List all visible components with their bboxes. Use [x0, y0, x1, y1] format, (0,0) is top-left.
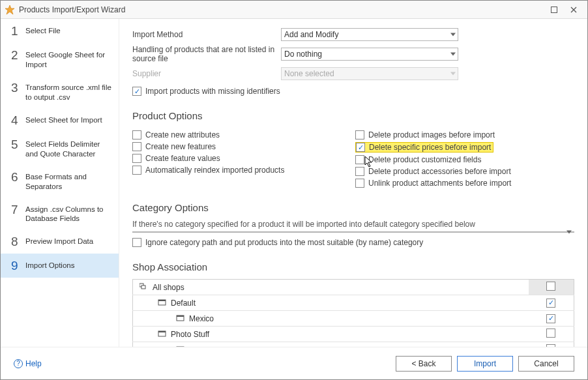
wizard-step-4[interactable]: 4Select Sheet for Import — [1, 108, 119, 132]
help-link[interactable]: ? Help — [14, 359, 42, 368]
step-label: Transform source .xml file to output .cs… — [25, 81, 112, 102]
import-missing-checkbox[interactable] — [132, 87, 141, 96]
shop-name: All shops — [153, 283, 184, 292]
shop-association-table: All shopsDefaultMexicoPhoto StuffPhoto S… — [132, 279, 574, 347]
opt-auto_reindex-label: Automatically reindex imported products — [145, 166, 284, 175]
opt-create_attr-label: Create new attributes — [145, 130, 220, 139]
title-bar: Products Import/Export Wizard — [1, 1, 587, 19]
import-missing-label: Import products with missing identifiers — [145, 87, 280, 96]
svg-rect-4 — [158, 300, 166, 301]
wizard-step-3[interactable]: 3Transform source .xml file to output .c… — [1, 76, 119, 108]
shop-icon — [176, 314, 185, 323]
opt-del_acc-label: Delete product accessories before import — [368, 167, 511, 176]
step-label: Assign .csv Columns to Database Fields — [25, 203, 112, 224]
wizard-step-7[interactable]: 7Assign .csv Columns to Database Fields — [1, 197, 119, 230]
svg-rect-2 — [141, 285, 145, 289]
step-label: Select File — [25, 25, 61, 36]
product-options-heading: Product Options — [132, 110, 574, 121]
svg-rect-6 — [177, 315, 184, 317]
shop-association-heading: Shop Association — [132, 261, 574, 272]
step-label: Preview Import Data — [25, 235, 93, 246]
opt-del_custom-label: Delete product customized fields — [368, 155, 481, 164]
wizard-step-8[interactable]: 8Preview Import Data — [1, 229, 119, 254]
step-number: 9 — [11, 259, 25, 272]
shop-icon — [158, 298, 167, 308]
back-button[interactable]: < Back — [396, 356, 452, 372]
step-number: 2 — [11, 49, 25, 61]
supplier-select: None selected — [281, 67, 458, 80]
footer: ? Help < Back Import Cancel — [1, 347, 587, 379]
opt-del_custom-checkbox[interactable] — [355, 155, 364, 164]
maximize-button[interactable] — [544, 3, 564, 17]
shop-name: Photo Stuff — [171, 330, 209, 339]
shop-icon — [140, 282, 149, 292]
step-number: 7 — [11, 203, 25, 216]
app-icon — [5, 5, 15, 15]
wizard-steps-sidebar: 1Select File2Select Google Sheet for Imp… — [1, 19, 119, 347]
cancel-button[interactable]: Cancel — [518, 356, 574, 372]
handling-select[interactable]: Do nothing — [281, 48, 458, 61]
opt-del_acc-checkbox[interactable] — [355, 167, 364, 176]
step-label: Select Sheet for Import — [25, 114, 102, 125]
opt-auto_reindex-checkbox[interactable] — [132, 166, 141, 175]
step-label: Import Options — [25, 259, 74, 270]
step-number: 8 — [11, 235, 25, 248]
category-options-heading: Category Options — [132, 202, 574, 213]
opt-del_images-checkbox[interactable] — [355, 130, 364, 139]
opt-unlink_att-label: Unlink product attachments before import — [368, 179, 511, 188]
wizard-step-9[interactable]: 9Import Options — [1, 254, 119, 278]
step-label: Base Formats and Separators — [25, 171, 112, 192]
wizard-step-2[interactable]: 2Select Google Sheet for Import — [1, 43, 119, 76]
shop-name: Default — [171, 299, 196, 308]
step-label: Select Fields Delimiter and Quote Charac… — [25, 138, 112, 159]
window-title: Products Import/Export Wizard — [19, 5, 544, 14]
import-method-select[interactable]: Add and Modify — [281, 28, 458, 41]
opt-del_images-label: Delete product images before import — [368, 130, 495, 139]
step-number: 6 — [11, 171, 25, 183]
opt-create_fv-label: Create feature values — [145, 154, 220, 163]
shop-checkbox[interactable] — [546, 299, 555, 308]
import-button[interactable]: Import — [457, 356, 513, 372]
default-category-select[interactable] — [132, 231, 574, 233]
opt-create_feat-label: Create new features — [145, 142, 216, 151]
opt-unlink_att-checkbox[interactable] — [355, 179, 364, 188]
step-label: Select Google Sheet for Import — [25, 49, 112, 70]
category-hint: If there's no category specified for a p… — [132, 220, 574, 229]
import-method-label: Import Method — [132, 30, 281, 39]
close-button[interactable] — [564, 3, 583, 17]
opt-del_prices-label: Delete specific prices before import — [369, 143, 491, 152]
step-number: 5 — [11, 138, 25, 151]
shop-checkbox[interactable] — [546, 329, 555, 338]
step-number: 3 — [11, 81, 25, 94]
wizard-content: Import Method Add and Modify Handling of… — [119, 19, 587, 347]
wizard-step-6[interactable]: 6Base Formats and Separators — [1, 165, 119, 197]
help-icon: ? — [14, 359, 23, 368]
svg-rect-0 — [551, 7, 557, 12]
handling-label: Handling of products that are not listed… — [132, 45, 281, 63]
wizard-step-1[interactable]: 1Select File — [1, 19, 119, 43]
shop-checkbox[interactable] — [546, 314, 555, 323]
ignore-category-checkbox[interactable] — [132, 238, 141, 247]
ignore-category-label: Ignore category path and put products in… — [145, 238, 423, 247]
wizard-step-5[interactable]: 5Select Fields Delimiter and Quote Chara… — [1, 132, 119, 165]
opt-del_prices-checkbox[interactable] — [356, 143, 365, 152]
shop-checkbox[interactable] — [546, 282, 555, 291]
opt-create_attr-checkbox[interactable] — [132, 130, 141, 139]
shop-icon — [158, 329, 167, 339]
wizard-window: Products Import/Export Wizard 1Select Fi… — [0, 0, 588, 380]
opt-create_fv-checkbox[interactable] — [132, 154, 141, 163]
step-number: 1 — [11, 25, 25, 37]
opt-create_feat-checkbox[interactable] — [132, 142, 141, 151]
svg-rect-8 — [158, 331, 166, 332]
supplier-label: Supplier — [132, 69, 281, 78]
step-number: 4 — [11, 114, 25, 126]
shop-name: Mexico — [189, 314, 214, 323]
